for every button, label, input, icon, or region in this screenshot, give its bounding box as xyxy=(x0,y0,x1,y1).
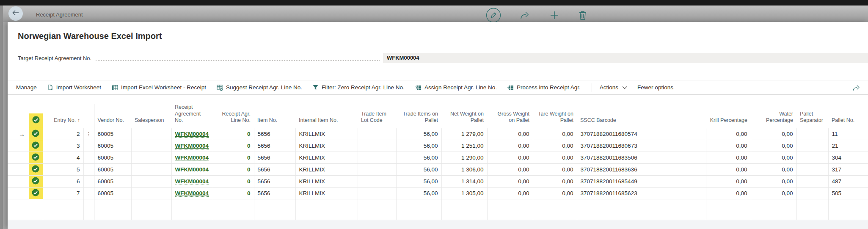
cell-internal-item-no[interactable]: KRILLMIX xyxy=(295,128,358,140)
cell-pallet-separator[interactable] xyxy=(796,187,828,199)
cell-vendor-no[interactable]: 60005 xyxy=(94,140,131,152)
cell-tare-weight-on-pallet[interactable]: 0,00 xyxy=(533,175,577,187)
cell-trade-item-lot-code[interactable] xyxy=(358,163,396,175)
cell-gross-weight-on-pallet[interactable]: 0,00 xyxy=(487,187,533,199)
cell-gross-weight-on-pallet[interactable]: 0,00 xyxy=(487,128,533,140)
manage-menu[interactable]: Manage xyxy=(16,84,37,91)
cell-salesperson[interactable] xyxy=(131,152,171,163)
import-excel-worksheet-button[interactable]: Import Excel Worksheet - Receipt xyxy=(111,84,206,91)
cell-item-no[interactable]: 5656 xyxy=(254,187,295,199)
col-entry-no[interactable]: Entry No. ↑ xyxy=(43,104,83,128)
cell-vendor-no[interactable]: 60005 xyxy=(94,163,131,175)
cell-sscc-barcode[interactable]: 370718820011683506 xyxy=(577,152,706,163)
cell-water-percentage[interactable]: 0,00 xyxy=(751,187,796,199)
cell-vendor-no[interactable]: 60005 xyxy=(94,128,131,140)
table-row[interactable]: → 5 ⋮ 60005 WFKM00004 0 5656 KRILLMIX 56… xyxy=(8,163,868,175)
cell-tare-weight-on-pallet[interactable]: 0,00 xyxy=(533,152,577,163)
cell-pallet-no[interactable]: 21 xyxy=(828,140,868,152)
cell-receipt-agr-line-no[interactable]: 0 xyxy=(213,175,254,187)
row-menu-cell[interactable]: ⋮ xyxy=(83,152,94,163)
cell-item-no[interactable]: 5656 xyxy=(254,140,295,152)
cell-trade-item-lot-code[interactable] xyxy=(358,152,396,163)
fewer-options-button[interactable]: Fewer options xyxy=(637,84,673,91)
cell-pallet-no[interactable]: 487 xyxy=(828,175,868,187)
share-icon[interactable] xyxy=(852,84,861,94)
cell-trade-item-lot-code[interactable] xyxy=(358,187,396,199)
receipt-agreement-link[interactable]: WFKM00004 xyxy=(175,155,209,161)
cell-trade-item-lot-code[interactable] xyxy=(358,128,396,140)
cell-trade-items-on-pallet[interactable]: 56,00 xyxy=(396,163,441,175)
filter-zero-line-button[interactable]: Filter: Zero Receipt Agr. Line No. xyxy=(312,84,405,91)
cell-receipt-agr-line-no[interactable]: 0 xyxy=(213,163,254,175)
row-menu-cell[interactable]: ⋮ xyxy=(83,140,94,152)
cell-trade-item-lot-code[interactable] xyxy=(358,140,396,152)
cell-trade-items-on-pallet[interactable]: 56,00 xyxy=(396,152,441,163)
cell-gross-weight-on-pallet[interactable]: 0,00 xyxy=(487,152,533,163)
col-pallet-no[interactable]: Pallet No. xyxy=(828,104,868,128)
cell-tare-weight-on-pallet[interactable]: 0,00 xyxy=(533,187,577,199)
col-water-percentage[interactable]: Water Percentage xyxy=(751,104,796,128)
cell-gross-weight-on-pallet[interactable]: 0,00 xyxy=(487,140,533,152)
cell-item-no[interactable]: 5656 xyxy=(254,128,295,140)
col-krill-percentage[interactable]: Krill Percentage xyxy=(706,104,751,128)
cell-internal-item-no[interactable]: KRILLMIX xyxy=(295,187,358,199)
cell-receipt-agr-line-no[interactable]: 0 xyxy=(213,187,254,199)
add-icon[interactable] xyxy=(549,10,559,20)
cell-entry-no[interactable]: 5 xyxy=(43,163,83,175)
cell-vendor-no[interactable]: 60005 xyxy=(94,152,131,163)
cell-net-weight-on-pallet[interactable]: 1 314,00 xyxy=(441,175,487,187)
cell-tare-weight-on-pallet[interactable]: 0,00 xyxy=(533,128,577,140)
receipt-agreement-link[interactable]: WFKM00004 xyxy=(175,178,209,185)
table-row[interactable]: → 6 ⋮ 60005 WFKM00004 0 5656 KRILLMIX 56… xyxy=(8,175,868,187)
assign-receipt-line-button[interactable]: Assign Receipt Agr. Line No. xyxy=(415,84,497,91)
receipt-agreement-link[interactable]: WFKM00004 xyxy=(175,131,209,138)
cell-water-percentage[interactable]: 0,00 xyxy=(751,163,796,175)
col-trade-item-lot-code[interactable]: Trade Item Lot Code xyxy=(358,104,396,128)
col-imported-check[interactable] xyxy=(29,104,43,128)
table-row[interactable]: → 4 ⋮ 60005 WFKM00004 0 5656 KRILLMIX 56… xyxy=(8,152,868,163)
cell-entry-no[interactable]: 4 xyxy=(43,152,83,163)
cell-pallet-separator[interactable] xyxy=(796,163,828,175)
cell-net-weight-on-pallet[interactable]: 1 290,00 xyxy=(441,152,487,163)
cell-salesperson[interactable] xyxy=(131,163,171,175)
col-internal-item-no[interactable]: Internal Item No. xyxy=(295,104,358,128)
receipt-agreement-link[interactable]: WFKM00004 xyxy=(175,143,209,149)
cell-entry-no[interactable]: 6 xyxy=(43,175,83,187)
row-menu-cell[interactable]: ⋮ xyxy=(83,187,94,199)
cell-sscc-barcode[interactable]: 370718820011685623 xyxy=(577,187,706,199)
cell-krill-percentage[interactable]: 0,00 xyxy=(706,163,751,175)
suggest-receipt-line-button[interactable]: Suggest Receipt Agr. Line No. xyxy=(216,84,302,91)
share-icon[interactable] xyxy=(520,10,531,20)
cell-trade-item-lot-code[interactable] xyxy=(358,175,396,187)
cell-trade-items-on-pallet[interactable]: 56,00 xyxy=(396,128,441,140)
col-receipt-agreement-no[interactable]: Receipt Agreement No. xyxy=(171,104,213,128)
col-tare-weight-on-pallet[interactable]: Tare Weight on Pallet xyxy=(533,104,577,128)
col-receipt-agr-line-no[interactable]: Receipt Agr. Line No. xyxy=(213,104,254,128)
col-vendor-no[interactable]: Vendor No. xyxy=(94,104,131,128)
cell-pallet-no[interactable]: 505 xyxy=(828,187,868,199)
actions-menu[interactable]: Actions xyxy=(600,84,627,91)
cell-gross-weight-on-pallet[interactable]: 0,00 xyxy=(487,175,533,187)
cell-pallet-separator[interactable] xyxy=(796,128,828,140)
cell-krill-percentage[interactable]: 0,00 xyxy=(706,175,751,187)
cell-sscc-barcode[interactable]: 370718820011680673 xyxy=(577,140,706,152)
cell-net-weight-on-pallet[interactable]: 1 306,00 xyxy=(441,163,487,175)
cell-trade-items-on-pallet[interactable]: 56,00 xyxy=(396,140,441,152)
cell-internal-item-no[interactable]: KRILLMIX xyxy=(295,175,358,187)
cell-sscc-barcode[interactable]: 370718820011685449 xyxy=(577,175,706,187)
cell-pallet-no[interactable]: 317 xyxy=(828,163,868,175)
cell-tare-weight-on-pallet[interactable]: 0,00 xyxy=(533,163,577,175)
col-net-weight-on-pallet[interactable]: Net Weight on Pallet xyxy=(441,104,487,128)
cell-salesperson[interactable] xyxy=(131,187,171,199)
cell-item-no[interactable]: 5656 xyxy=(254,175,295,187)
cell-water-percentage[interactable]: 0,00 xyxy=(751,128,796,140)
cell-net-weight-on-pallet[interactable]: 1 305,00 xyxy=(441,187,487,199)
target-receipt-field-input[interactable]: WFKM00004 xyxy=(383,53,868,63)
cell-pallet-separator[interactable] xyxy=(796,152,828,163)
table-row[interactable]: → 7 ⋮ 60005 WFKM00004 0 5656 KRILLMIX 56… xyxy=(8,187,868,199)
process-into-receipt-button[interactable]: Process into Receipt Agr. xyxy=(507,84,581,91)
cell-internal-item-no[interactable]: KRILLMIX xyxy=(295,140,358,152)
cell-tare-weight-on-pallet[interactable]: 0,00 xyxy=(533,140,577,152)
cell-krill-percentage[interactable]: 0,00 xyxy=(706,140,751,152)
cell-vendor-no[interactable]: 60005 xyxy=(94,187,131,199)
